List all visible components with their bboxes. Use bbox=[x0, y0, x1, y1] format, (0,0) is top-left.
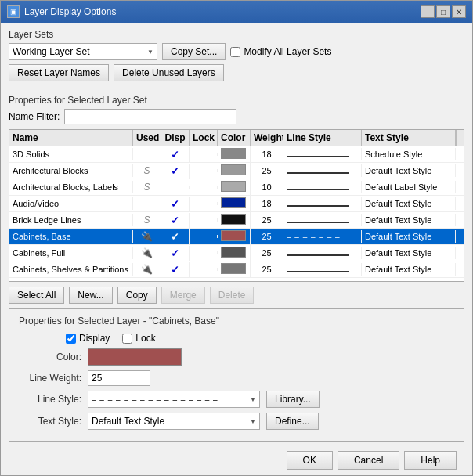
maximize-button[interactable]: □ bbox=[436, 5, 450, 18]
cell-used bbox=[133, 153, 161, 156]
delete-unused-layers-button[interactable]: Delete Unused Layers bbox=[114, 64, 224, 81]
help-button[interactable]: Help bbox=[404, 451, 457, 470]
minimize-button[interactable]: – bbox=[421, 5, 435, 18]
cell-disp: ✓ bbox=[161, 197, 190, 211]
cancel-button[interactable]: Cancel bbox=[338, 451, 399, 470]
cell-linestyle bbox=[283, 247, 362, 259]
cell-textstyle: Default Text Style bbox=[362, 164, 456, 177]
cell-disp: ✓ bbox=[161, 147, 190, 162]
table-header: Name Used Disp Lock Color Weight Line St… bbox=[9, 130, 464, 146]
layer-sets-row: Working Layer Set ▼ Copy Set... Modify A… bbox=[9, 43, 464, 60]
color-swatch-cell bbox=[221, 214, 246, 225]
table-row[interactable]: Architectural Blocks S ✓ 25 Default Text… bbox=[9, 163, 464, 179]
display-checkbox-row: Display bbox=[66, 333, 110, 344]
name-filter-label: Name Filter: bbox=[9, 111, 60, 122]
s-icon: S bbox=[143, 215, 150, 225]
name-filter-input[interactable] bbox=[64, 109, 236, 124]
s-icon: S bbox=[143, 165, 150, 176]
cell-color bbox=[218, 179, 251, 195]
cell-used: S bbox=[133, 180, 161, 194]
line-style-cell bbox=[287, 205, 349, 207]
cell-used: 🔌 bbox=[133, 229, 161, 243]
cell-lock bbox=[190, 169, 218, 172]
line-weight-input[interactable] bbox=[88, 370, 150, 386]
cell-lock bbox=[190, 235, 218, 238]
reset-layer-names-button[interactable]: Reset Layer Names bbox=[9, 64, 109, 81]
cell-textstyle: Default Label Style bbox=[362, 181, 456, 193]
color-swatch-cell bbox=[221, 164, 246, 175]
close-button[interactable]: ✕ bbox=[452, 5, 466, 18]
window-icon: ▣ bbox=[7, 5, 20, 18]
title-bar-left: ▣ Layer Display Options bbox=[7, 5, 116, 18]
line-style-label: Line Style: bbox=[19, 394, 81, 405]
text-style-dropdown[interactable]: Default Text Style ▼ bbox=[88, 413, 260, 430]
name-filter-row: Name Filter: bbox=[9, 109, 464, 124]
line-style-cell bbox=[287, 156, 349, 157]
cell-weight: 25 bbox=[251, 263, 283, 276]
table-row[interactable]: Cabinets, Base 🔌 ✓ 25 – – – – – – – Defa… bbox=[9, 229, 464, 245]
usb-icon: 🔌 bbox=[141, 231, 153, 242]
header-name: Name bbox=[9, 130, 133, 146]
cell-lock bbox=[190, 251, 218, 254]
cell-weight: 25 bbox=[251, 230, 283, 243]
new-button[interactable]: New... bbox=[69, 287, 112, 304]
library-button[interactable]: Library... bbox=[266, 391, 320, 408]
properties-for-set-section: Properties for Selected Layer Set Name F… bbox=[9, 95, 464, 124]
table-row[interactable]: 3D Solids ✓ 18 Schedule Style bbox=[9, 146, 464, 163]
ok-button[interactable]: OK bbox=[287, 451, 333, 470]
table-row[interactable]: Cabinets, Full 🔌 ✓ 25 Default Text Style bbox=[9, 245, 464, 261]
disp-check: ✓ bbox=[171, 165, 179, 177]
delete-button: Delete bbox=[210, 287, 255, 304]
cell-linestyle bbox=[283, 164, 362, 177]
title-bar: ▣ Layer Display Options – □ ✕ bbox=[1, 1, 472, 23]
cell-disp: ✓ bbox=[161, 246, 190, 261]
separator1 bbox=[9, 88, 464, 88]
line-style-cell bbox=[287, 254, 349, 256]
define-button[interactable]: Define... bbox=[266, 413, 319, 430]
cell-used: S bbox=[133, 213, 161, 227]
table-row[interactable]: Audio/Video ✓ 18 Default Text Style bbox=[9, 196, 464, 212]
content-area: Layer Sets Working Layer Set ▼ Copy Set.… bbox=[1, 23, 472, 475]
color-swatch-cell bbox=[221, 247, 246, 258]
cell-textstyle: Default Text Style bbox=[362, 247, 456, 259]
cell-disp bbox=[161, 186, 190, 189]
modify-all-checkbox[interactable] bbox=[230, 47, 240, 57]
line-style-cell bbox=[287, 189, 349, 190]
color-swatch-cell bbox=[221, 197, 246, 208]
line-style-dropdown[interactable]: – – – – – – – – – – – – – – – – ▼ bbox=[88, 391, 260, 408]
cell-color bbox=[218, 229, 251, 244]
layer-set-dropdown[interactable]: Working Layer Set ▼ bbox=[9, 43, 157, 60]
header-weight: Weight bbox=[251, 130, 283, 146]
line-style-value: – – – – – – – – – – – – – – – – bbox=[92, 395, 218, 404]
copy-set-button[interactable]: Copy Set... bbox=[162, 43, 226, 60]
select-all-button[interactable]: Select All bbox=[9, 287, 64, 304]
cell-lock bbox=[190, 186, 218, 189]
table-row[interactable]: Cabinets, Shelves & Partitions 🔌 ✓ 25 De… bbox=[9, 261, 464, 278]
selected-layer-properties: Properties for Selected Layer - "Cabinet… bbox=[9, 308, 464, 442]
cell-name: Brick Ledge Lines bbox=[9, 214, 133, 226]
cell-color bbox=[218, 196, 251, 211]
cell-name: Cabinets, Shelves & Partitions bbox=[9, 263, 133, 276]
table-row[interactable]: Brick Ledge Lines S ✓ 25 Default Text St… bbox=[9, 212, 464, 229]
disp-check: ✓ bbox=[171, 198, 179, 210]
color-swatch-cell bbox=[221, 148, 246, 159]
cell-weight: 18 bbox=[251, 197, 283, 210]
cell-name: Cabinets, Full bbox=[9, 247, 133, 259]
color-swatch[interactable] bbox=[88, 348, 182, 366]
header-color: Color bbox=[218, 130, 251, 146]
header-lock: Lock bbox=[190, 130, 218, 146]
cell-linestyle bbox=[283, 148, 362, 160]
title-buttons: – □ ✕ bbox=[421, 5, 466, 18]
dialog-buttons: OK Cancel Help bbox=[9, 446, 464, 474]
display-checkbox[interactable] bbox=[66, 334, 76, 344]
text-style-label: Text Style: bbox=[19, 416, 81, 427]
display-label: Display bbox=[79, 333, 110, 344]
cell-lock bbox=[190, 268, 218, 271]
line-weight-label: Line Weight: bbox=[19, 373, 81, 384]
table-row[interactable]: Architectural Blocks, Labels S 10 Defaul… bbox=[9, 179, 464, 196]
cell-linestyle bbox=[283, 214, 362, 226]
copy-button[interactable]: Copy bbox=[117, 287, 157, 304]
merge-button: Merge bbox=[161, 287, 205, 304]
header-disp: Disp bbox=[161, 130, 190, 146]
lock-checkbox[interactable] bbox=[122, 334, 132, 344]
